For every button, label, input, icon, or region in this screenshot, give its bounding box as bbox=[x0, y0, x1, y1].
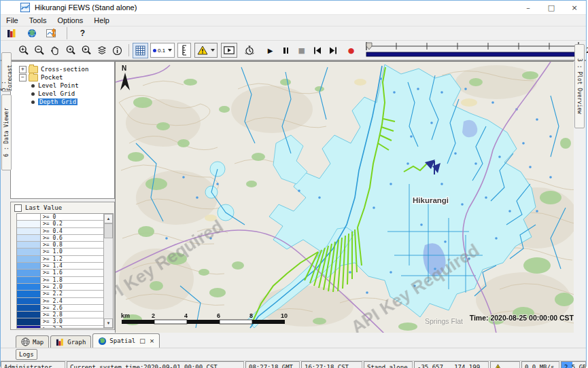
menu-help[interactable]: Help bbox=[88, 16, 115, 24]
status-user: Administrator bbox=[1, 361, 65, 368]
info-button[interactable] bbox=[109, 43, 125, 58]
time-slider[interactable] bbox=[364, 41, 581, 60]
legend-row[interactable]: >= 3.0 bbox=[17, 318, 103, 325]
tree-leaf-depth-grid[interactable]: Depth Grid bbox=[11, 98, 114, 106]
grid-interval-dropdown[interactable]: 0.1 bbox=[150, 43, 175, 58]
legend-row[interactable]: >= 0.6 bbox=[17, 235, 103, 242]
tab-maximize-icon[interactable]: □ bbox=[139, 337, 145, 344]
menu-options[interactable]: Options bbox=[52, 16, 88, 24]
map-canvas[interactable]: API Key Required API Key Required Hikura… bbox=[115, 61, 574, 333]
help-button[interactable]: ? bbox=[75, 26, 90, 41]
timeseries-display-button[interactable] bbox=[44, 26, 59, 41]
main-area: + Cross-section − Pocket Level Point Lev… bbox=[1, 61, 586, 333]
tree-node-pocket[interactable]: − Pocket bbox=[11, 73, 114, 81]
legend-color-swatch bbox=[17, 318, 41, 325]
legend-row[interactable]: >= 1.2 bbox=[17, 256, 103, 263]
legend-row[interactable]: >= 0 bbox=[17, 214, 103, 221]
layers-button[interactable] bbox=[94, 43, 109, 58]
interval-dot-icon bbox=[153, 49, 156, 52]
animation-window-button[interactable] bbox=[221, 43, 237, 58]
maximize-button[interactable]: □ bbox=[540, 1, 563, 14]
legend-row-label: >= 0.2 bbox=[41, 221, 103, 227]
map-toolbar: 0.1 ▶ ■ ● bbox=[1, 41, 586, 61]
status-coordinates: -35.657 , 174.199 bbox=[414, 361, 489, 368]
tree-node-cross-section[interactable]: + Cross-section bbox=[11, 65, 114, 73]
animation-settings-button[interactable] bbox=[241, 43, 257, 58]
last-value-checkbox[interactable] bbox=[14, 204, 22, 212]
legend-row[interactable]: >= 2.2 bbox=[17, 291, 103, 297]
grid-display-button[interactable] bbox=[133, 43, 148, 58]
legend-scrollbar[interactable]: ▲ ▼ bbox=[103, 214, 113, 328]
legend-row-label: >= 2.4 bbox=[41, 298, 103, 304]
legend-row-label: >= 1.2 bbox=[41, 256, 103, 262]
scrollbar-thumb[interactable] bbox=[104, 223, 113, 238]
time-slider-thumb[interactable] bbox=[366, 43, 372, 50]
zoom-next-button[interactable] bbox=[78, 43, 94, 58]
chart-icon bbox=[46, 29, 57, 38]
legend-color-swatch bbox=[17, 263, 41, 269]
zoom-previous-icon bbox=[65, 45, 76, 56]
legend-rows: >= 0>= 0.2>= 0.4>= 0.6>= 0.8>= 1.0>= 1.2… bbox=[17, 214, 103, 328]
legend-row[interactable]: >= 1.6 bbox=[17, 270, 103, 276]
tab-close-icon[interactable]: × bbox=[150, 337, 155, 344]
grid-icon bbox=[135, 45, 145, 56]
legend-row[interactable]: >= 2.4 bbox=[17, 298, 103, 305]
scroll-down-button[interactable]: ▼ bbox=[104, 318, 113, 328]
legend-row[interactable]: >= 1.8 bbox=[17, 277, 103, 284]
record-button[interactable]: ● bbox=[343, 43, 359, 58]
legend-row[interactable]: >= 2.8 bbox=[17, 312, 103, 318]
status-warning-cell[interactable] bbox=[490, 361, 520, 368]
svg-text:2: 2 bbox=[152, 312, 155, 319]
tab-graph[interactable]: Graph bbox=[50, 335, 91, 348]
logs-button[interactable]: Logs bbox=[16, 349, 37, 360]
legend-row[interactable]: >= 1.4 bbox=[17, 263, 103, 270]
legend-row[interactable]: >= 0.8 bbox=[17, 242, 103, 249]
tab-map[interactable]: Map bbox=[16, 335, 49, 348]
database-viewer-button[interactable] bbox=[4, 26, 20, 41]
legend-row[interactable]: >= 1.0 bbox=[17, 249, 103, 255]
wireframe-globe-icon bbox=[21, 337, 30, 346]
collapse-icon[interactable]: − bbox=[19, 74, 27, 81]
zoom-in-icon bbox=[18, 45, 29, 56]
vertical-scale-button[interactable] bbox=[177, 43, 191, 58]
place-label: Springs Flat bbox=[425, 317, 463, 325]
timer-icon bbox=[244, 45, 255, 56]
menu-tools[interactable]: Tools bbox=[24, 16, 52, 24]
tree-leaf-level-point[interactable]: Level Point bbox=[11, 81, 114, 90]
legend-row[interactable]: >= 2.0 bbox=[17, 284, 103, 291]
tree-leaf-level-grid[interactable]: Level Grid bbox=[11, 90, 114, 98]
close-button[interactable]: × bbox=[563, 1, 586, 14]
sidebar-tab-data-viewer[interactable]: 6 : Data Viewer bbox=[1, 94, 12, 170]
tree-node-label: Pocket bbox=[41, 74, 63, 81]
stop-button[interactable]: ■ bbox=[294, 43, 309, 58]
sidebar-tab-plot-overview[interactable]: 3 : Plot Overview bbox=[574, 44, 585, 128]
tree-leaf-label: Level Grid bbox=[38, 90, 75, 97]
tab-spatial[interactable]: Spatial □ × bbox=[92, 333, 160, 348]
play-button[interactable]: ▶ bbox=[262, 43, 278, 58]
scroll-up-button[interactable]: ▲ bbox=[104, 214, 113, 223]
scrollbar-track[interactable] bbox=[104, 223, 113, 318]
layers-icon bbox=[97, 45, 107, 55]
zoom-out-button[interactable] bbox=[31, 43, 47, 58]
legend-row[interactable]: >= 3.2 bbox=[17, 326, 103, 328]
warning-icon bbox=[197, 45, 208, 55]
legend-row[interactable]: >= 2.6 bbox=[17, 305, 103, 312]
map-time-label: Time: 2020-08-25 00:00:00 CST bbox=[470, 314, 574, 322]
skip-to-start-button[interactable] bbox=[309, 43, 325, 58]
legend-row-label: >= 2.6 bbox=[41, 305, 103, 311]
minimize-button[interactable]: – bbox=[517, 1, 540, 14]
pan-button[interactable] bbox=[47, 43, 63, 58]
zoom-previous-button[interactable] bbox=[63, 43, 78, 58]
thresholds-dropdown[interactable] bbox=[194, 43, 218, 58]
sidebar-tab-forecast[interactable]: 5 : Forecast bbox=[1, 52, 12, 92]
legend-row[interactable]: >= 0.2 bbox=[17, 221, 103, 227]
legend-row-label: >= 3.0 bbox=[41, 318, 103, 325]
leaf-bullet-icon bbox=[31, 92, 35, 96]
expand-icon[interactable]: + bbox=[19, 66, 27, 73]
pause-button[interactable] bbox=[278, 43, 294, 58]
zoom-in-button[interactable] bbox=[16, 43, 31, 58]
menu-file[interactable]: File bbox=[1, 16, 24, 24]
skip-to-end-button[interactable] bbox=[325, 43, 341, 58]
legend-row[interactable]: >= 0.4 bbox=[17, 228, 103, 235]
spatial-display-button[interactable] bbox=[24, 26, 39, 41]
